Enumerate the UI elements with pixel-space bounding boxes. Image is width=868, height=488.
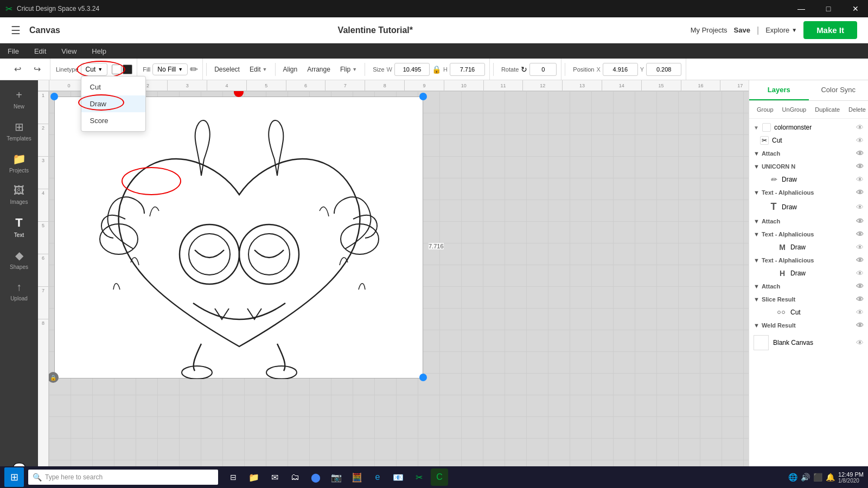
linetype-dropdown-button[interactable]: Cut ▼: [81, 63, 108, 76]
taskbar-search[interactable]: 🔍 Type here to search: [28, 470, 218, 485]
rotate-input[interactable]: [529, 63, 557, 76]
explore-button[interactable]: Explore ▼: [765, 26, 797, 34]
ie-icon[interactable]: e: [369, 468, 386, 486]
layer-attach-2[interactable]: ▼ Attach 👁: [749, 215, 868, 228]
photos-icon[interactable]: 📷: [328, 468, 345, 486]
my-projects-link[interactable]: My Projects: [691, 26, 727, 34]
volume-icon[interactable]: 🔊: [801, 473, 810, 481]
notification-icon[interactable]: 🔔: [826, 473, 835, 481]
visibility-icon[interactable]: 👁: [856, 217, 864, 226]
tab-layers[interactable]: Layers: [749, 80, 809, 100]
visibility-icon[interactable]: 👁: [856, 269, 864, 278]
edit-button[interactable]: Edit ▼: [245, 63, 272, 75]
clock[interactable]: 12:49 PM 1/8/2020: [838, 471, 864, 484]
files-icon[interactable]: 🗂: [286, 468, 304, 486]
selection-handle-bottom-right[interactable]: [419, 374, 427, 381]
deselect-button[interactable]: Deselect: [210, 63, 244, 75]
layer-draw-m[interactable]: M Draw 👁: [749, 241, 868, 254]
start-button[interactable]: ⊞: [4, 467, 24, 487]
group-button[interactable]: Group: [754, 104, 777, 115]
duplicate-button[interactable]: Duplicate: [812, 104, 843, 115]
selection-handle-top-left[interactable]: [50, 93, 58, 100]
redo-button[interactable]: ↪: [28, 61, 46, 78]
sidebar-item-text[interactable]: T Text: [3, 211, 35, 242]
visibility-icon[interactable]: 👁: [856, 203, 864, 211]
visibility-icon[interactable]: 👁: [856, 149, 864, 158]
hamburger-menu-button[interactable]: ☰: [11, 24, 21, 37]
linetype-option-score[interactable]: Score: [81, 112, 145, 129]
fill-dropdown-button[interactable]: No Fill ▼: [152, 63, 188, 75]
visibility-icon[interactable]: 👁: [856, 230, 864, 239]
layer-slice-result[interactable]: ▼ Slice Result 👁: [749, 293, 868, 306]
layer-draw-text1[interactable]: T Draw 👁: [749, 199, 868, 215]
delete-button[interactable]: Delete: [845, 104, 868, 115]
color-swatch-dark[interactable]: [123, 65, 132, 74]
visibility-icon[interactable]: 👁: [856, 308, 864, 317]
visibility-icon[interactable]: 👁: [856, 256, 864, 265]
make-it-button[interactable]: Make It: [803, 21, 857, 39]
visibility-icon[interactable]: 👁: [856, 136, 864, 145]
layer-draw-unicorn[interactable]: ✏ Draw 👁: [749, 173, 868, 186]
minimize-button[interactable]: —: [789, 0, 814, 17]
visibility-icon[interactable]: 👁: [856, 243, 864, 252]
layer-text-alph-3[interactable]: ▼ Text - Alphalicious 👁: [749, 254, 868, 267]
layer-weld-result[interactable]: ▼ Weld Result 👁: [749, 319, 868, 332]
selection-handle-top-right[interactable]: [419, 93, 427, 100]
visibility-icon[interactable]: 👁: [856, 338, 864, 347]
linetype-option-draw[interactable]: Draw: [81, 95, 145, 112]
cricut2-icon[interactable]: C: [431, 468, 448, 486]
visibility-icon[interactable]: 👁: [856, 282, 864, 291]
layer-unicorn-header[interactable]: ▼ UNICORN N 👁: [749, 160, 868, 173]
ungroup-button[interactable]: UnGroup: [779, 104, 810, 115]
color-swatch-black[interactable]: [112, 65, 122, 74]
taskview-icon[interactable]: ⊟: [225, 468, 242, 486]
layer-attach-header[interactable]: ▼ Attach 👁: [749, 147, 868, 160]
calculator-icon[interactable]: 🧮: [348, 468, 366, 486]
mail-icon[interactable]: ✉: [266, 468, 283, 486]
pos-y-input[interactable]: [646, 63, 681, 76]
height-input[interactable]: [450, 63, 485, 76]
sidebar-item-templates[interactable]: ⊞ Templates: [3, 116, 35, 146]
maximize-button[interactable]: □: [816, 0, 841, 17]
sidebar-item-projects[interactable]: 📁 Projects: [3, 148, 35, 178]
flip-button[interactable]: Flip ▼: [336, 63, 361, 75]
close-button[interactable]: ✕: [843, 0, 868, 17]
chrome-icon[interactable]: ⬤: [307, 468, 324, 486]
tab-color-sync[interactable]: Color Sync: [809, 80, 869, 100]
align-button[interactable]: Align: [279, 63, 302, 75]
layer-text-alph-1[interactable]: ▼ Text - Alphalicious 👁: [749, 186, 868, 199]
visibility-icon[interactable]: 👁: [856, 175, 864, 184]
sidebar-item-images[interactable]: 🖼 Images: [3, 180, 35, 209]
layer-text-alph-2[interactable]: ▼ Text - Alphalicious 👁: [749, 228, 868, 241]
visibility-icon[interactable]: 👁: [856, 162, 864, 171]
layer-draw-h[interactable]: H Draw 👁: [749, 267, 868, 280]
cricut-icon[interactable]: ✂: [410, 468, 427, 486]
layer-cut-circles[interactable]: Cut 👁: [749, 306, 868, 319]
save-button[interactable]: Save: [734, 26, 750, 34]
menu-file[interactable]: File: [4, 46, 22, 56]
explorer-icon[interactable]: 📁: [245, 468, 263, 486]
menu-edit[interactable]: Edit: [31, 46, 49, 56]
arrange-button[interactable]: Arrange: [303, 63, 335, 75]
sidebar-item-upload[interactable]: ↑ Upload: [3, 277, 35, 306]
outlook-icon[interactable]: 📧: [390, 468, 407, 486]
visibility-icon[interactable]: 👁: [856, 188, 864, 197]
visibility-icon[interactable]: 👁: [856, 321, 864, 330]
layer-item-cut[interactable]: ✂ Cut 👁: [749, 134, 868, 147]
pos-x-input[interactable]: [603, 63, 638, 76]
menu-view[interactable]: View: [58, 46, 80, 56]
width-input[interactable]: [394, 63, 430, 76]
layer-blank-canvas[interactable]: Blank Canvas 👁: [749, 332, 868, 354]
wifi-icon[interactable]: 🌐: [788, 473, 797, 481]
canvas-workspace[interactable]: 🔒 7.716 − 100% +: [49, 91, 749, 488]
visibility-icon[interactable]: 👁: [856, 123, 864, 132]
sidebar-item-shapes[interactable]: ◆ Shapes: [3, 245, 35, 274]
pen-icon[interactable]: ✏: [190, 63, 198, 75]
undo-button[interactable]: ↩: [9, 61, 26, 78]
sidebar-item-new[interactable]: + New: [3, 85, 35, 114]
linetype-option-cut[interactable]: Cut: [81, 79, 145, 95]
menu-help[interactable]: Help: [88, 46, 110, 56]
visibility-icon[interactable]: 👁: [856, 295, 864, 304]
layer-attach-3[interactable]: ▼ Attach 👁: [749, 280, 868, 293]
layer-item-colormonster[interactable]: ▼ colormonster 👁: [749, 121, 868, 134]
